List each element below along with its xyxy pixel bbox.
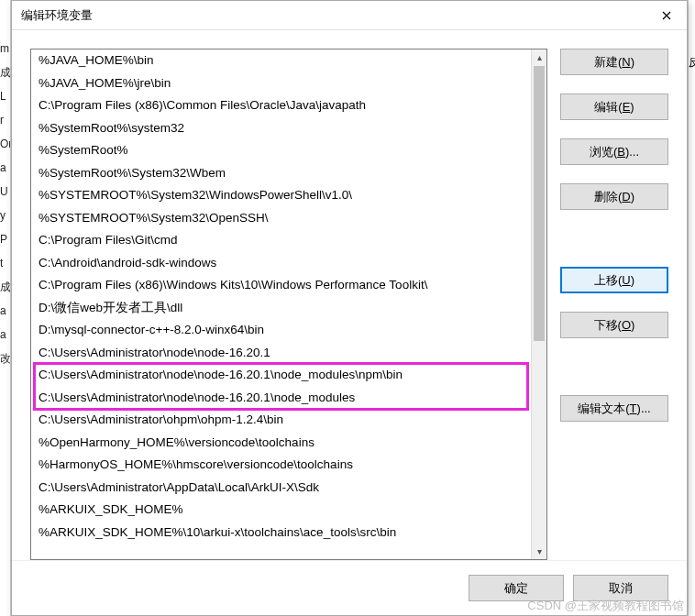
list-item[interactable]: %HarmonyOS_HOME%\hmscore\versioncode\too… — [31, 454, 531, 477]
delete-button[interactable]: 删除(D) — [560, 183, 668, 210]
list-item[interactable]: D:\mysql-connector-c++-8.2.0-winx64\bin — [31, 319, 531, 342]
list-item[interactable]: C:\Users\Administrator\node\node-16.20.1 — [31, 342, 531, 365]
background-left-slice: m成LrOraUyPt成aa改 — [0, 0, 11, 616]
close-icon — [662, 11, 671, 20]
list-item[interactable]: C:\Android\android-sdk-windows — [31, 252, 531, 275]
dialog-footer: 确定 取消 — [12, 560, 687, 615]
list-item[interactable]: %SYSTEMROOT%\System32\WindowsPowerShell\… — [31, 184, 531, 207]
edit-button[interactable]: 编辑(E) — [560, 94, 668, 120]
list-item[interactable]: %ARKUIX_SDK_HOME% — [31, 499, 531, 522]
edit-env-dialog: 编辑环境变量 %JAVA_HOME%\bin%JAVA_HOME%\jre\bi… — [11, 0, 688, 616]
list-item[interactable]: C:\Users\Administrator\node\node-16.20.1… — [31, 387, 531, 410]
titlebar: 编辑环境变量 — [12, 1, 687, 30]
list-item[interactable]: %OpenHarmony_HOME%\versioncode\toolchain… — [31, 432, 531, 455]
new-button[interactable]: 新建(N) — [560, 49, 668, 75]
move-up-button[interactable]: 上移(U) — [560, 267, 668, 293]
list-item[interactable]: C:\Program Files\Git\cmd — [31, 229, 531, 252]
close-button[interactable] — [646, 1, 687, 30]
background-right-slice: 反 — [688, 0, 695, 616]
list-item[interactable]: C:\Users\Administrator\AppData\Local\Ark… — [31, 477, 531, 500]
browse-button[interactable]: 浏览(B)... — [560, 138, 668, 165]
list-item[interactable]: %JAVA_HOME%\bin — [31, 50, 531, 72]
window-title: 编辑环境变量 — [21, 7, 646, 24]
path-listbox[interactable]: %JAVA_HOME%\bin%JAVA_HOME%\jre\binC:\Pro… — [30, 49, 547, 560]
scroll-up-icon[interactable]: ▴ — [532, 50, 546, 65]
cancel-button[interactable]: 取消 — [573, 575, 668, 601]
scroll-thumb[interactable] — [534, 66, 545, 341]
list-item[interactable]: %SYSTEMROOT%\System32\OpenSSH\ — [31, 207, 531, 230]
dialog-body: %JAVA_HOME%\bin%JAVA_HOME%\jre\binC:\Pro… — [12, 30, 687, 560]
list-item[interactable]: %ARKUIX_SDK_HOME%\10\arkui-x\toolchains\… — [31, 522, 531, 544]
list-item[interactable]: %JAVA_HOME%\jre\bin — [31, 72, 531, 95]
scroll-down-icon[interactable]: ▾ — [532, 544, 546, 559]
list-item[interactable]: %SystemRoot%\system32 — [31, 117, 531, 140]
list-item[interactable]: C:\Users\Administrator\ohpm\ohpm-1.2.4\b… — [31, 409, 531, 432]
list-item[interactable]: %SystemRoot%\System32\Wbem — [31, 162, 531, 185]
scrollbar[interactable]: ▴ ▾ — [531, 50, 546, 559]
move-down-button[interactable]: 下移(O) — [560, 312, 668, 338]
list-item[interactable]: C:\Users\Administrator\node\node-16.20.1… — [31, 364, 531, 387]
list-item[interactable]: C:\Program Files (x86)\Common Files\Orac… — [31, 94, 531, 117]
edit-text-button[interactable]: 编辑文本(T)... — [560, 395, 668, 422]
ok-button[interactable]: 确定 — [469, 575, 564, 601]
button-column: 新建(N) 编辑(E) 浏览(B)... 删除(D) 上移(U) 下移(O) 编… — [560, 49, 668, 560]
list-item[interactable]: C:\Program Files (x86)\Windows Kits\10\W… — [31, 274, 531, 297]
list-item[interactable]: D:\微信web开发者工具\dll — [31, 297, 531, 320]
list-item[interactable]: %SystemRoot% — [31, 139, 531, 162]
